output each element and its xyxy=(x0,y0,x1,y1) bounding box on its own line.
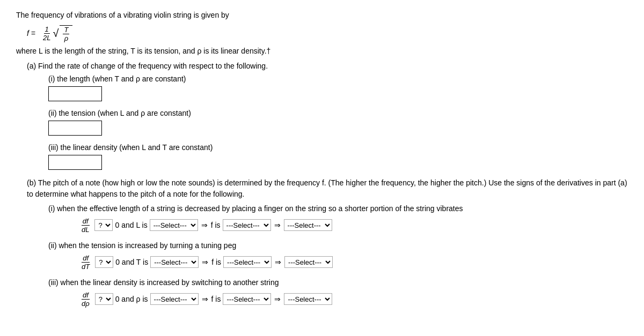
deriv-den-ii: dT xyxy=(80,263,91,271)
part-a-i-label: (i) the length (when T and ρ are constan… xyxy=(48,74,628,83)
formula-sqrt: √ T ρ xyxy=(53,25,72,42)
where-line: where L is the length of the string, T i… xyxy=(16,47,628,55)
arrow-iii-1: ⇒ xyxy=(202,295,208,303)
part-a-iii-input[interactable] xyxy=(48,155,102,170)
fis-text-iii: f is xyxy=(211,295,221,303)
part-b-ii-label: (ii) when the tension is increased by tu… xyxy=(48,241,628,250)
intro-line: The frequency of vibrations of a vibrati… xyxy=(16,11,628,19)
arrow-i-2: ⇒ xyxy=(274,221,281,229)
deriv-frac-iii: df dρ xyxy=(80,291,91,308)
part-b-ii: (ii) when the tension is increased by tu… xyxy=(48,241,628,271)
part-b: (b) The pitch of a note (how high or low… xyxy=(27,177,628,308)
deriv-den-i: dL xyxy=(80,226,90,234)
sqrt-frac: T ρ xyxy=(63,26,69,42)
part-a-i-input[interactable] xyxy=(48,86,102,101)
arrow-ii-1: ⇒ xyxy=(202,258,208,266)
compare-select-iii[interactable]: ? < > = xyxy=(95,293,113,305)
sqrt-content: T ρ xyxy=(60,25,72,42)
sqrt-symbol: √ xyxy=(53,27,58,40)
part-a-label: (a) Find the rate of change of the frequ… xyxy=(27,62,628,70)
direction-select-iii-1[interactable]: ---Select--- increasing decreasing xyxy=(150,293,199,305)
fis-select-iii[interactable]: ---Select--- increasing decreasing xyxy=(223,293,271,305)
part-b-iii-row: df dρ ? < > = 0 and ρ is ---Select--- in… xyxy=(80,291,628,308)
deriv-num-iii: df xyxy=(82,291,90,300)
formula-expression: 1 2L √ T ρ xyxy=(39,25,72,42)
direction-select-i-1[interactable]: ---Select--- increasing decreasing xyxy=(150,219,198,231)
formula-frac-den: 2L xyxy=(42,34,52,42)
formula-frac-num: 1 xyxy=(44,25,50,34)
part-a-iii-label: (iii) the linear density (when L and T a… xyxy=(48,143,628,152)
zero-text-iii: 0 and ρ is xyxy=(115,295,148,303)
part-b-i-row: df dL ? < > = 0 and L is ---Select--- in… xyxy=(80,217,628,234)
deriv-frac-ii: df dT xyxy=(80,254,91,271)
formula-line: f = 1 2L √ T ρ xyxy=(27,25,628,42)
part-a-i: (i) the length (when T and ρ are constan… xyxy=(48,74,628,101)
arrow-iii-2: ⇒ xyxy=(274,295,281,303)
zero-text-i: 0 and L is xyxy=(115,221,147,229)
part-b-iii: (iii) when the linear density is increas… xyxy=(48,278,628,308)
part-a-iii: (iii) the linear density (when L and T a… xyxy=(48,143,628,170)
part-a: (a) Find the rate of change of the frequ… xyxy=(27,62,628,170)
sqrt-frac-den: ρ xyxy=(63,34,69,42)
part-a-ii: (ii) the tension (when L and ρ are const… xyxy=(48,109,628,136)
deriv-num-i: df xyxy=(82,217,90,226)
formula-f-label: f = xyxy=(27,29,35,38)
sqrt-frac-num: T xyxy=(63,26,69,34)
fis-select-i[interactable]: ---Select--- increasing decreasing xyxy=(223,219,271,231)
fis-text-i: f is xyxy=(211,221,221,229)
direction-select-ii-1[interactable]: ---Select--- increasing decreasing xyxy=(150,256,199,268)
part-a-ii-label: (ii) the tension (when L and ρ are const… xyxy=(48,109,628,117)
formula-fraction: 1 2L xyxy=(42,25,52,42)
arrow-i-1: ⇒ xyxy=(201,221,208,229)
compare-select-i[interactable]: ? < > = xyxy=(94,219,113,231)
part-b-ii-row: df dT ? < > = 0 and T is ---Select--- in… xyxy=(80,254,628,271)
fis-select-ii[interactable]: ---Select--- increasing decreasing xyxy=(223,256,272,268)
part-a-ii-input[interactable] xyxy=(48,121,102,136)
result-select-i[interactable]: ---Select--- increasing decreasing xyxy=(284,219,332,231)
part-b-iii-label: (iii) when the linear density is increas… xyxy=(48,278,628,287)
compare-select-ii[interactable]: ? < > = xyxy=(95,256,113,268)
part-b-label: (b) The pitch of a note (how high or low… xyxy=(27,177,628,200)
fis-text-ii: f is xyxy=(211,258,221,266)
result-select-iii[interactable]: ---Select--- increasing decreasing xyxy=(284,293,332,305)
result-select-ii[interactable]: ---Select--- increasing decreasing xyxy=(284,256,333,268)
zero-text-ii: 0 and T is xyxy=(115,258,148,266)
arrow-ii-2: ⇒ xyxy=(275,258,281,266)
deriv-frac-i: df dL xyxy=(80,217,90,234)
part-b-i: (i) when the effective length of a strin… xyxy=(48,204,628,234)
deriv-num-ii: df xyxy=(82,254,90,263)
deriv-den-iii: dρ xyxy=(80,300,91,308)
part-b-i-label: (i) when the effective length of a strin… xyxy=(48,204,628,213)
